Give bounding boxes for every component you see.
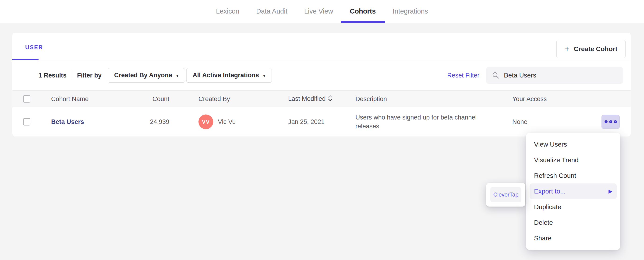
tab-integrations[interactable]: Integrations <box>393 0 428 23</box>
filter-bar: 1 Results Filter by Created By Anyone ▾ … <box>12 60 631 90</box>
menu-item-share[interactable]: Share <box>526 230 620 246</box>
select-all-checkbox[interactable] <box>23 95 30 102</box>
card-header: USER + Create Cohort <box>12 33 631 60</box>
reset-filter-link[interactable]: Reset Filter <box>447 72 480 79</box>
ellipsis-icon <box>614 120 617 123</box>
header-your-access: Your Access <box>512 95 547 102</box>
last-modified-cell: Jan 25, 2021 <box>288 118 324 125</box>
tab-live-view[interactable]: Live View <box>304 0 333 23</box>
caret-down-icon: ▾ <box>263 73 266 78</box>
menu-item-duplicate[interactable]: Duplicate <box>526 199 620 215</box>
search-box <box>486 67 623 84</box>
tab-user[interactable]: USER <box>25 44 43 51</box>
menu-item-refresh-count[interactable]: Refresh Count <box>526 168 620 184</box>
header-last-modified[interactable]: Last Modified <box>288 94 333 103</box>
search-input[interactable] <box>486 67 623 84</box>
row-checkbox[interactable] <box>23 118 30 125</box>
menu-item-view-users[interactable]: View Users <box>526 136 620 152</box>
header-description: Description <box>356 95 387 102</box>
submenu-arrow-icon: ▶ <box>608 188 612 194</box>
caret-down-icon: ▾ <box>176 73 179 78</box>
your-access-cell: None <box>512 118 528 125</box>
avatar: VV <box>198 114 213 129</box>
ellipsis-icon <box>609 120 612 123</box>
created-by-name: Vic Vu <box>218 118 236 125</box>
cohort-count: 24,939 <box>118 118 169 125</box>
tab-lexicon[interactable]: Lexicon <box>216 0 239 23</box>
created-by-cell: VV Vic Vu <box>198 114 236 129</box>
row-actions-menu: View Users Visualize Trend Refresh Count… <box>526 132 620 250</box>
plus-icon: + <box>564 45 570 53</box>
results-count: 1 Results <box>38 72 66 79</box>
description-cell: Users who have signed up for beta channe… <box>356 113 482 131</box>
created-by-dropdown-label: Created By Anyone <box>114 72 172 79</box>
header-cohort-name[interactable]: Cohort Name <box>51 95 89 102</box>
created-by-dropdown[interactable]: Created By Anyone ▾ <box>108 68 185 82</box>
cohorts-card: USER + Create Cohort 1 Results Filter by… <box>12 33 631 137</box>
export-submenu: CleverTap <box>486 183 526 206</box>
menu-item-export-to[interactable]: Export to... ▶ <box>530 184 617 199</box>
cohort-name-link[interactable]: Beta Users <box>51 118 84 125</box>
header-count[interactable]: Count <box>118 95 169 102</box>
header-last-modified-label: Last Modified <box>288 95 326 102</box>
create-cohort-label: Create Cohort <box>574 45 618 53</box>
sort-icon[interactable] <box>328 94 333 103</box>
table-row: Beta Users 24,939 VV Vic Vu Jan 25, 2021… <box>12 107 631 136</box>
tab-data-audit[interactable]: Data Audit <box>256 0 288 23</box>
integrations-dropdown[interactable]: All Active Integrations ▾ <box>186 68 272 82</box>
ellipsis-icon <box>604 120 608 123</box>
integrations-dropdown-label: All Active Integrations <box>193 72 259 79</box>
top-nav: Lexicon Data Audit Live View Cohorts Int… <box>0 0 644 23</box>
tab-cohorts[interactable]: Cohorts <box>350 0 376 23</box>
submenu-item-clevertap[interactable]: CleverTap <box>490 187 522 202</box>
filter-by-label: Filter by <box>77 72 102 79</box>
create-cohort-button[interactable]: + Create Cohort <box>556 40 626 58</box>
row-actions-button[interactable] <box>602 115 620 129</box>
top-nav-tabs: Lexicon Data Audit Live View Cohorts Int… <box>0 0 644 23</box>
menu-item-visualize-trend[interactable]: Visualize Trend <box>526 152 620 168</box>
header-created-by[interactable]: Created By <box>198 95 230 102</box>
menu-item-delete[interactable]: Delete <box>526 215 620 230</box>
filter-divider <box>72 71 73 80</box>
table-header: Cohort Name Count Created By Last Modifi… <box>12 90 631 107</box>
menu-item-export-to-label: Export to... <box>534 188 566 195</box>
